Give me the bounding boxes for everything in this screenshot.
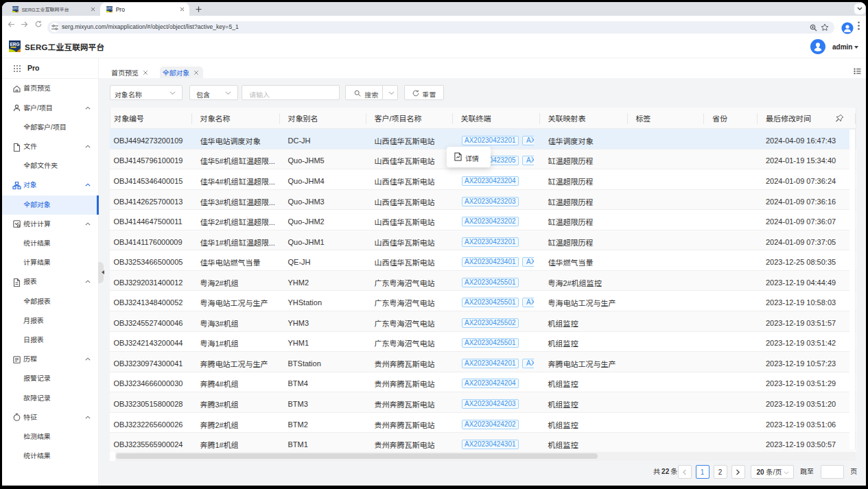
svg-text:ERG: ERG xyxy=(10,42,19,47)
svg-text:ERG: ERG xyxy=(106,7,113,10)
svg-text:ERG: ERG xyxy=(12,7,19,10)
